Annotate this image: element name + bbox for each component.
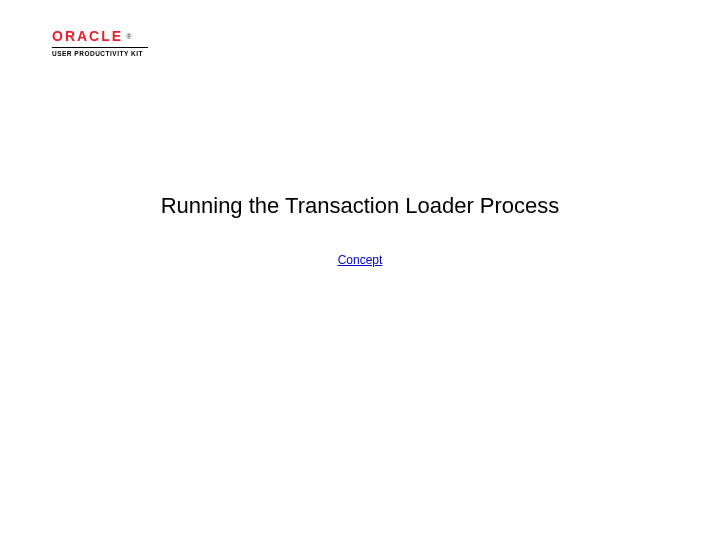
oracle-brand-text: ORACLE xyxy=(52,28,123,44)
registered-mark: ® xyxy=(126,33,131,40)
logo-subtitle: USER PRODUCTIVITY KIT xyxy=(52,50,148,57)
oracle-logo: ORACLE ® xyxy=(52,28,148,44)
concept-link-container: Concept xyxy=(0,250,720,268)
concept-link[interactable]: Concept xyxy=(338,253,383,267)
page-title: Running the Transaction Loader Process xyxy=(0,193,720,219)
logo-area: ORACLE ® USER PRODUCTIVITY KIT xyxy=(52,28,148,57)
logo-divider xyxy=(52,47,148,48)
